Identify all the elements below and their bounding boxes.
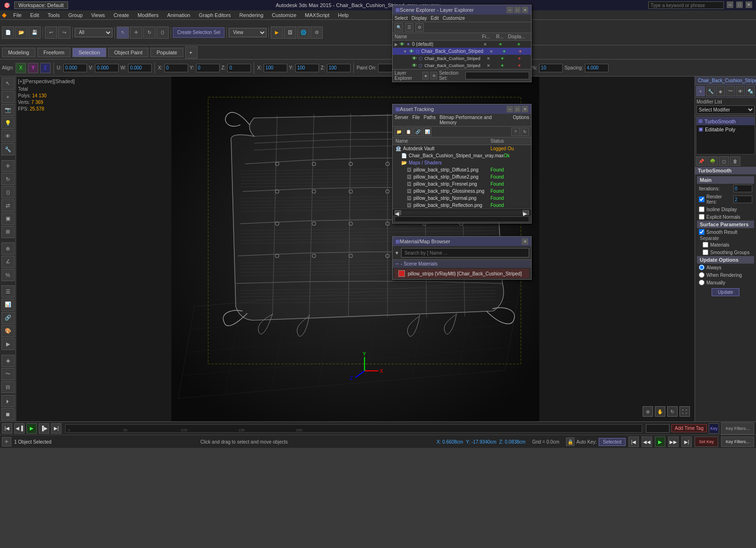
- vp-pan-btn[interactable]: ✋: [655, 406, 665, 417]
- isoline-checkbox[interactable]: [699, 206, 704, 212]
- lt-move[interactable]: ✛: [1, 160, 15, 172]
- render-iters-checkbox[interactable]: [699, 197, 704, 202]
- render-btn[interactable]: ▶: [271, 26, 283, 39]
- at-btn1[interactable]: 📁: [395, 128, 403, 136]
- at-help-btn[interactable]: ?: [511, 128, 520, 136]
- display-panel-btn[interactable]: 👁: [736, 86, 745, 96]
- update-options-header[interactable]: Update Options: [697, 256, 754, 264]
- manually-radio[interactable]: [699, 280, 704, 285]
- workspace-selector[interactable]: Workspace: Default: [14, 1, 68, 9]
- lt-named-sel[interactable]: ☰: [1, 285, 15, 298]
- select-btn[interactable]: ↖: [117, 26, 129, 39]
- frame-counter[interactable]: 0 / 225: [646, 424, 670, 433]
- le-view-btn[interactable]: ◈: [422, 72, 429, 79]
- open-btn[interactable]: 📂: [15, 26, 27, 39]
- lt-mirror[interactable]: ⇄: [1, 199, 15, 212]
- menu-rendering[interactable]: Rendering: [236, 11, 267, 19]
- surface-header[interactable]: Surface Parameters: [697, 221, 754, 228]
- prev-frame-btn[interactable]: |◀: [2, 423, 12, 434]
- menu-help[interactable]: Help: [334, 11, 352, 19]
- lt-material[interactable]: 🎨: [1, 325, 15, 337]
- utility-panel-btn[interactable]: 🔩: [746, 86, 755, 96]
- u-input[interactable]: [63, 64, 87, 72]
- lt-light[interactable]: 💡: [1, 117, 15, 129]
- move-btn[interactable]: ✛: [130, 26, 142, 39]
- when-rendering-radio[interactable]: [699, 272, 704, 278]
- layer-explorer-header[interactable]: ⊞ Scene Explorer - Layer Explorer ─ □ ✕: [393, 5, 531, 15]
- render-iters-input[interactable]: [733, 196, 752, 203]
- le-menu-display[interactable]: Display: [412, 16, 427, 21]
- tab-populate[interactable]: Populate: [150, 48, 183, 57]
- le-row-3[interactable]: 👁 ⬡ Chair_Back_Cushion_Striped ✕ ☀ ☀: [393, 62, 531, 69]
- menu-tools[interactable]: Tools: [44, 11, 64, 19]
- motion-panel-btn[interactable]: 〜: [726, 86, 735, 96]
- le-selection-set-input[interactable]: [465, 72, 529, 79]
- key-filters-btn[interactable]: Key Filters...: [721, 422, 754, 435]
- at-menu-server[interactable]: Server: [395, 115, 408, 125]
- pb-start-btn[interactable]: |◀: [628, 437, 639, 447]
- le-menu-edit[interactable]: Edit: [431, 16, 439, 21]
- smoothing-groups-checkbox[interactable]: [703, 249, 708, 255]
- mat-browser-header[interactable]: ⊞ Material/Map Browser ✕: [393, 237, 531, 246]
- lt-motion[interactable]: 〜: [1, 368, 15, 380]
- lt-camera[interactable]: 📷: [1, 104, 15, 116]
- show-tree-btn[interactable]: 🌳: [707, 156, 718, 166]
- at-maximize-btn[interactable]: □: [514, 106, 521, 112]
- le-menu-customize[interactable]: Customize: [443, 16, 465, 21]
- env-effects-btn[interactable]: 🌐: [297, 26, 309, 39]
- menu-file[interactable]: File: [9, 11, 26, 19]
- at-refresh-btn[interactable]: ↻: [521, 128, 529, 136]
- turbsmooth-header[interactable]: TurboSmooth: [695, 167, 756, 174]
- at-gloss-row[interactable]: 🖼 pillow_back_strip_Glossiness.png Found: [404, 188, 531, 195]
- materials-checkbox[interactable]: [703, 242, 708, 248]
- lt-display[interactable]: 👁: [1, 130, 15, 142]
- vp-orbit-btn[interactable]: ↻: [667, 406, 678, 417]
- create-panel-btn[interactable]: +: [696, 86, 705, 96]
- menu-create[interactable]: Create: [110, 11, 133, 19]
- selected-badge[interactable]: Selected: [599, 438, 626, 446]
- tab-selection[interactable]: Selection: [72, 48, 106, 57]
- menu-graph-editors[interactable]: Graph Editors: [195, 11, 235, 19]
- menu-group[interactable]: Group: [64, 11, 86, 19]
- tab-modeling[interactable]: Modeling: [2, 48, 35, 57]
- at-diff1-row[interactable]: 🖼 pillow_back_strip_Diffuse1.png Found: [404, 166, 531, 173]
- mod-turbsmooth[interactable]: ⊞ TurboSmooth: [696, 117, 755, 125]
- lt-array[interactable]: ⊞: [1, 226, 15, 238]
- always-radio[interactable]: [699, 265, 704, 270]
- mb-scene-materials-header[interactable]: ─ - Scene Materials: [393, 260, 531, 268]
- lock-btn[interactable]: 🔒: [566, 437, 575, 446]
- view-dropdown[interactable]: View: [229, 28, 266, 37]
- menu-edit[interactable]: Edit: [26, 11, 43, 19]
- lt-scale[interactable]: ⟨⟩: [1, 186, 15, 198]
- le-row-2[interactable]: 👁 ⬡ Chair_Back_Cushion_Striped ✕ ☀ ☀: [393, 55, 531, 62]
- lt-track[interactable]: 📊: [1, 299, 15, 311]
- align-x-btn[interactable]: X: [16, 63, 26, 73]
- v-input[interactable]: [95, 64, 119, 72]
- lt-utility[interactable]: 🔧: [1, 143, 15, 155]
- add-time-tag-btn[interactable]: Add Time Tag: [671, 424, 707, 432]
- le-row-1[interactable]: ▼ 👁 ⬡ Chair_Back_Cushion_Striped ✕ ☀ ☀: [393, 48, 531, 55]
- maximize-button[interactable]: □: [736, 1, 743, 8]
- prev-key-btn[interactable]: ◀▐: [14, 423, 25, 434]
- at-scroll-right[interactable]: ▶: [523, 210, 529, 215]
- spacing-input[interactable]: [585, 64, 609, 72]
- remove-mod-btn[interactable]: 🗑: [730, 156, 740, 166]
- search-input[interactable]: [648, 1, 724, 9]
- rotate-btn[interactable]: ↻: [143, 26, 155, 39]
- le-row-0[interactable]: ▶ 👁 ☀ 0 (default) ✕ ☀ ☀: [393, 41, 531, 48]
- z2-input[interactable]: [327, 64, 351, 72]
- at-btn2[interactable]: 📋: [404, 128, 412, 136]
- le-minimize-btn[interactable]: ─: [507, 7, 513, 13]
- x2-input[interactable]: [264, 64, 287, 72]
- lt-create[interactable]: +: [1, 91, 15, 103]
- timeline-slider[interactable]: 0 50 100 150 200: [65, 424, 642, 433]
- at-menu-paths[interactable]: Paths: [424, 115, 436, 125]
- play-btn[interactable]: ▶: [26, 423, 37, 434]
- explicit-normals-checkbox[interactable]: [699, 214, 704, 220]
- lt-select[interactable]: ↖: [1, 77, 15, 90]
- modifier-stack[interactable]: ⊞ TurboSmooth ▣ Editable Poly: [696, 117, 755, 154]
- at-maxfile-row[interactable]: 📄 Chair_Back_Cushion_Striped_max_vray.ma…: [398, 152, 531, 159]
- lt-percent[interactable]: %: [1, 269, 15, 281]
- le-layers-btn[interactable]: ☰: [405, 23, 413, 32]
- mb-search-input[interactable]: [401, 248, 529, 257]
